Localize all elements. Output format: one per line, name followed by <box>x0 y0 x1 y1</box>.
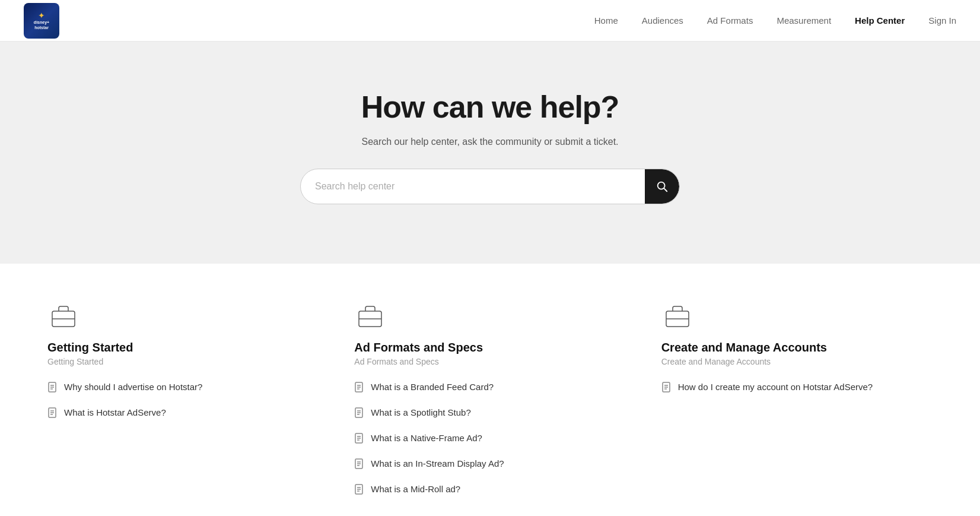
nav-measurement[interactable]: Measurement <box>777 15 831 26</box>
article-doc-icon <box>354 407 364 420</box>
hero-title: How can we help? <box>12 89 968 125</box>
article-item[interactable]: What is an In-Stream Display Ad? <box>354 457 625 471</box>
article-doc-icon <box>661 382 671 394</box>
hero-subtitle: Search our help center, ask the communit… <box>12 137 968 147</box>
article-item[interactable]: Why should I advertise on Hotstar? <box>47 381 319 394</box>
article-doc-icon <box>47 382 57 394</box>
briefcase-icon <box>661 299 693 331</box>
article-doc-icon <box>354 433 364 445</box>
article-item[interactable]: What is a Mid-Roll ad? <box>354 483 625 496</box>
article-doc-icon <box>354 458 364 471</box>
category-subtitle-create-manage: Create and Manage Accounts <box>661 357 933 366</box>
briefcase-icon <box>354 299 386 331</box>
header: ✦ disney+hotstar Home Audiences Ad Forma… <box>0 0 980 42</box>
article-link[interactable]: What is a Branded Feed Card? <box>371 381 494 393</box>
main-nav: Home Audiences Ad Formats Measurement He… <box>594 15 956 26</box>
category-getting-started: Getting Started Getting Started Why shou… <box>47 299 319 508</box>
category-create-manage: Create and Manage Accounts Create and Ma… <box>661 299 933 508</box>
category-title-ad-formats: Ad Formats and Specs <box>354 341 625 354</box>
search-input[interactable] <box>301 172 645 201</box>
logo-text: disney+hotstar <box>34 20 49 30</box>
article-doc-icon <box>354 484 364 496</box>
hero-section: How can we help? Search our help center,… <box>0 42 980 264</box>
nav-ad-formats[interactable]: Ad Formats <box>707 15 753 26</box>
article-doc-icon <box>354 382 364 394</box>
category-title-getting-started: Getting Started <box>47 341 319 354</box>
article-item[interactable]: What is a Native-Frame Ad? <box>354 432 625 445</box>
article-item[interactable]: What is Hotstar AdServe? <box>47 406 319 420</box>
category-subtitle-getting-started: Getting Started <box>47 357 319 366</box>
nav-audiences[interactable]: Audiences <box>642 15 683 26</box>
article-link[interactable]: What is Hotstar AdServe? <box>64 406 166 419</box>
article-list-getting-started: Why should I advertise on Hotstar? What … <box>47 381 319 420</box>
article-link[interactable]: What is a Spotlight Stub? <box>371 406 470 419</box>
article-link[interactable]: What is a Native-Frame Ad? <box>371 432 482 444</box>
nav-sign-in[interactable]: Sign In <box>928 15 956 26</box>
categories-grid: Getting Started Getting Started Why shou… <box>47 299 933 508</box>
search-button[interactable] <box>645 169 679 204</box>
nav-home[interactable]: Home <box>594 15 618 26</box>
category-ad-formats: Ad Formats and Specs Ad Formats and Spec… <box>354 299 625 508</box>
nav-help-center[interactable]: Help Center <box>855 15 905 26</box>
svg-line-1 <box>664 188 667 191</box>
category-subtitle-ad-formats: Ad Formats and Specs <box>354 357 625 366</box>
article-item[interactable]: What is a Spotlight Stub? <box>354 406 625 420</box>
article-list-create-manage: How do I create my account on Hotstar Ad… <box>661 381 933 394</box>
article-item[interactable]: What is a Branded Feed Card? <box>354 381 625 394</box>
article-link[interactable]: What is a Mid-Roll ad? <box>371 483 460 495</box>
article-link[interactable]: How do I create my account on Hotstar Ad… <box>678 381 873 393</box>
briefcase-icon <box>47 299 79 331</box>
logo[interactable]: ✦ disney+hotstar <box>24 3 59 39</box>
article-doc-icon <box>47 407 57 420</box>
article-link[interactable]: Why should I advertise on Hotstar? <box>64 381 202 393</box>
article-link[interactable]: What is an In-Stream Display Ad? <box>371 457 504 470</box>
search-bar <box>300 169 680 204</box>
search-icon <box>656 180 669 193</box>
article-item[interactable]: How do I create my account on Hotstar Ad… <box>661 381 933 394</box>
article-list-ad-formats: What is a Branded Feed Card? What is a S… <box>354 381 625 496</box>
category-title-create-manage: Create and Manage Accounts <box>661 341 933 354</box>
main-content: Getting Started Getting Started Why shou… <box>0 264 980 516</box>
logo-star-icon: ✦ <box>38 11 45 20</box>
